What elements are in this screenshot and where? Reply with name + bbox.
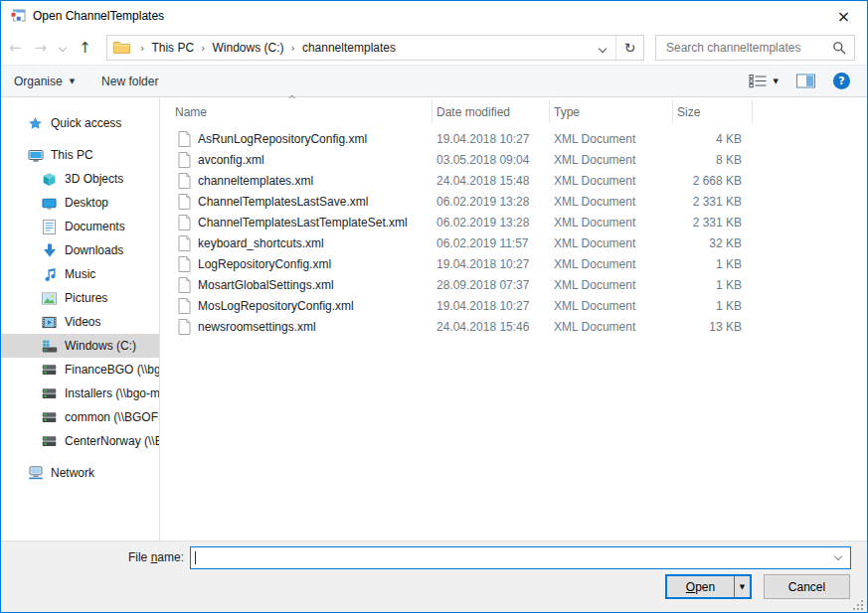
breadcrumb-separator-icon[interactable]: ›	[284, 42, 302, 55]
sidebar-item-documents[interactable]: Documents	[1, 215, 159, 238]
open-dropdown-caret-icon[interactable]: ▼	[735, 576, 750, 597]
up-icon[interactable]: ↑	[79, 39, 91, 57]
sidebar-item-windows-c[interactable]: Windows (C:)	[1, 334, 159, 358]
sidebar-item-this-pc[interactable]: This PC	[1, 143, 159, 167]
netdrive-icon	[41, 409, 58, 426]
organise-button[interactable]: Organise ▼	[14, 75, 75, 88]
xml-file-icon	[178, 298, 191, 314]
breadcrumb-item-channeltemplates[interactable]: channeltemplates	[302, 41, 396, 55]
sidebar-item-label: FinanceBGO (\\bgo	[65, 363, 160, 377]
column-header-size[interactable]: Size	[677, 105, 700, 119]
preview-pane-icon[interactable]	[796, 74, 815, 88]
file-rows: AsRunLogRepositoryConfig.xml19.04.2018 1…	[161, 128, 867, 337]
breadcrumb-item-this-pc[interactable]: This PC	[151, 41, 194, 55]
resize-grip[interactable]	[853, 600, 855, 602]
sidebar-item-pictures[interactable]: Pictures	[1, 286, 159, 310]
sidebar-item-videos[interactable]: Videos	[1, 310, 159, 334]
breadcrumb-item-windows-c[interactable]: Windows (C:)	[213, 41, 284, 55]
file-name-dropdown-chevron-icon[interactable]	[829, 556, 850, 559]
navigation-pane: Quick accessThis PC3D ObjectsDesktopDocu…	[1, 97, 160, 540]
search-box[interactable]	[655, 35, 855, 61]
date-modified-cell: 28.09.2018 07:37	[432, 278, 549, 292]
sidebar-item-common-bgofs[interactable]: common (\\BGOFS	[1, 405, 159, 429]
breadcrumb-separator-icon[interactable]: ›	[133, 42, 151, 55]
size-cell: 2 668 KB	[672, 174, 752, 188]
sidebar-item-financebgo-bgo[interactable]: FinanceBGO (\\bgo	[1, 358, 159, 382]
folder-icon	[113, 41, 130, 55]
column-header-name[interactable]: Name	[175, 105, 207, 119]
sidebar-item-label: Downloads	[65, 243, 123, 257]
breadcrumb-separator-icon[interactable]: ›	[194, 42, 212, 55]
picture-icon	[41, 290, 58, 307]
sidebar-item-label: Windows (C:)	[65, 339, 136, 353]
recent-locations-chevron-icon[interactable]	[59, 44, 67, 52]
file-row-asrunlogrepositoryconfig-xml[interactable]: AsRunLogRepositoryConfig.xml19.04.2018 1…	[161, 128, 867, 149]
cancel-button[interactable]: Cancel	[764, 574, 850, 599]
file-name-input[interactable]	[191, 547, 829, 568]
new-folder-button[interactable]: New folder	[101, 75, 158, 88]
file-row-keyboard-shortcuts-xml[interactable]: keyboard_shortcuts.xml06.02.2019 11:57XM…	[161, 232, 867, 253]
change-view-button[interactable]: ▼	[749, 74, 779, 88]
column-separator[interactable]	[549, 100, 550, 123]
file-name-combo[interactable]	[190, 546, 851, 569]
date-modified-cell: 19.04.2018 10:27	[432, 132, 549, 146]
date-modified-cell: 19.04.2018 10:27	[432, 257, 549, 271]
file-row-moslogrepositoryconfig-xml[interactable]: MosLogRepositoryConfig.xml19.04.2018 10:…	[161, 295, 867, 316]
file-row-logrepositoryconfig-xml[interactable]: LogRepositoryConfig.xml19.04.2018 10:27X…	[161, 253, 867, 274]
column-separator[interactable]	[432, 100, 433, 123]
forward-icon[interactable]: →	[35, 39, 48, 57]
file-row-avconfig-xml[interactable]: avconfig.xml03.05.2018 09:04XML Document…	[161, 149, 867, 170]
address-bar[interactable]: ›This PC›Windows (C:)›channeltemplates ↻	[106, 35, 644, 61]
date-modified-cell: 06.02.2019 13:28	[432, 195, 549, 209]
file-name-text: MosartGlobalSettings.xml	[198, 278, 334, 292]
sidebar-item-label: Network	[51, 466, 94, 480]
type-cell: XML Document	[549, 195, 672, 209]
file-name-text: keyboard_shortcuts.xml	[198, 236, 324, 250]
sidebar-item-network[interactable]: Network	[1, 461, 159, 485]
file-row-mosartglobalsettings-xml[interactable]: MosartGlobalSettings.xml28.09.2018 07:37…	[161, 274, 867, 295]
titlebar[interactable]: Open ChannelTemplates ×	[1, 1, 867, 31]
sidebar-item-centernorway-bg[interactable]: CenterNorway (\\BG	[1, 429, 159, 453]
file-name-text: ChannelTemplatesLastSave.xml	[198, 195, 368, 209]
document-icon	[41, 219, 58, 235]
file-row-channeltemplateslastsave-xml[interactable]: ChannelTemplatesLastSave.xml06.02.2019 1…	[161, 191, 867, 212]
file-name-cell: avconfig.xml	[161, 152, 432, 168]
download-icon	[41, 242, 58, 259]
refresh-icon[interactable]: ↻	[616, 40, 643, 56]
file-row-newsroomsettings-xml[interactable]: newsroomsettings.xml24.04.2018 15:46XML …	[161, 316, 867, 337]
back-icon[interactable]: ←	[9, 39, 22, 57]
column-separator[interactable]	[752, 100, 753, 123]
sidebar-item-quick-access[interactable]: Quick access	[1, 111, 159, 135]
file-name-text: avconfig.xml	[198, 153, 264, 167]
size-cell: 2 331 KB	[672, 195, 752, 209]
desktop-icon	[41, 195, 58, 212]
xml-file-icon	[178, 215, 191, 230]
file-name-cell: MosLogRepositoryConfig.xml	[161, 298, 432, 314]
search-icon[interactable]	[832, 41, 846, 55]
file-row-channeltemplates-xml[interactable]: channeltemplates.xml24.04.2018 15:48XML …	[161, 170, 867, 191]
netdrive-icon	[41, 433, 58, 450]
sidebar-item-installers-bgo-mo[interactable]: Installers (\\bgo-mo	[1, 382, 159, 405]
column-header-date-modified[interactable]: Date modified	[436, 105, 510, 119]
file-name-text: AsRunLogRepositoryConfig.xml	[198, 132, 367, 146]
column-header-type[interactable]: Type	[554, 105, 580, 119]
column-separator[interactable]	[672, 100, 673, 123]
date-modified-cell: 06.02.2019 11:57	[432, 236, 549, 250]
file-row-channeltemplateslasttemplateset-xml[interactable]: ChannelTemplatesLastTemplateSet.xml06.02…	[161, 212, 867, 232]
app-icon	[10, 8, 26, 24]
xml-file-icon	[178, 173, 191, 189]
file-name-cell: ChannelTemplatesLastTemplateSet.xml	[161, 215, 432, 230]
type-cell: XML Document	[549, 299, 672, 313]
file-list: ^ Name Date modified Type Size AsRunLogR…	[161, 97, 867, 540]
file-name-text: channeltemplates.xml	[198, 174, 313, 188]
open-button[interactable]: Open ▼	[665, 574, 752, 599]
sidebar-item-downloads[interactable]: Downloads	[1, 238, 159, 262]
address-dropdown-chevron-icon[interactable]	[590, 41, 615, 55]
sidebar-item-music[interactable]: Music	[1, 262, 159, 286]
sidebar-item-3d-objects[interactable]: 3D Objects	[1, 167, 159, 191]
sidebar-item-desktop[interactable]: Desktop	[1, 191, 159, 215]
file-name-text: LogRepositoryConfig.xml	[198, 257, 331, 271]
search-input[interactable]	[664, 40, 832, 56]
help-icon[interactable]: ?	[833, 73, 850, 89]
close-icon[interactable]: ×	[821, 2, 866, 30]
